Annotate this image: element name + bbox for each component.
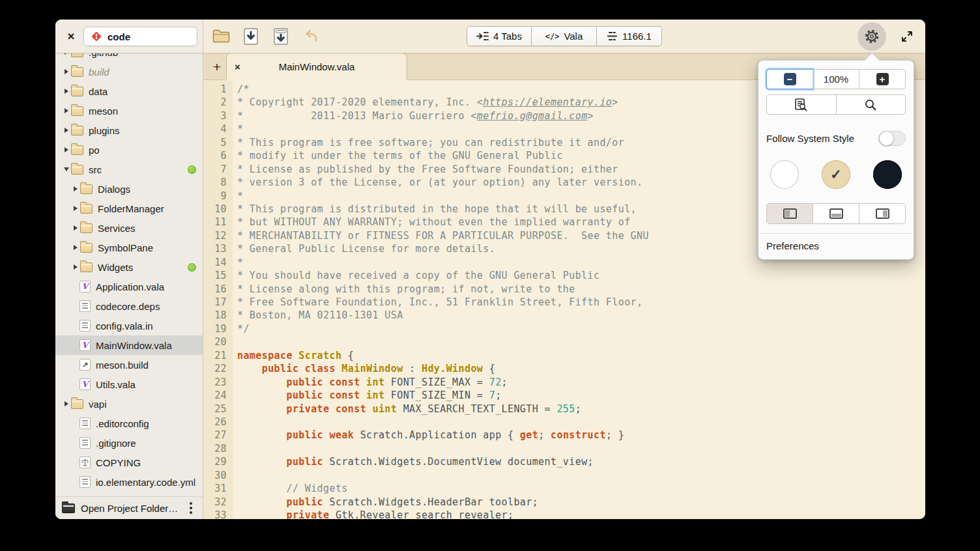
line-content: // Widgets [233,482,348,495]
tree-item-label: io.elementary.code.yml [96,477,195,488]
open-file-button[interactable] [210,25,232,48]
line-content: * This program is distributed in the hop… [233,203,637,216]
tree-item-meson[interactable]: meson [55,101,203,120]
tabs-behavior-button[interactable]: 4 Tabs [467,26,532,46]
tree-item-src[interactable]: src [55,160,203,179]
follow-system-style-toggle[interactable] [878,131,906,146]
save-document-icon [244,28,258,45]
code-line[interactable]: 21namespace Scratch { [203,349,925,362]
open-project-folder-row[interactable]: Open Project Folder… [55,496,203,519]
line-content: * Copyright 2017-2020 elementary, Inc. <… [233,96,618,109]
tree-item-foldermanager[interactable]: FolderManager [55,199,203,218]
tree-item-dialogs[interactable]: Dialogs [55,179,203,199]
expander-down-icon[interactable] [62,167,71,171]
window-close-button[interactable]: × [64,29,78,44]
code-line[interactable]: 30 [203,469,925,482]
tree-item-mainwindow-vala[interactable]: VMainWindow.vala [55,335,203,355]
tree-item-symbolpane[interactable]: SymbolPane [55,238,203,257]
code-line[interactable]: 29 public Scratch.Widgets.DocumentView d… [203,455,925,468]
code-line[interactable]: 26 [203,416,925,429]
code-line[interactable]: 18* Boston, MA 02110-1301 USA [203,309,925,322]
code-line[interactable]: 31 // Widgets [203,482,925,495]
tree-item-po[interactable]: po [55,140,203,160]
expander-right-icon[interactable] [71,225,80,231]
expander-right-icon[interactable] [71,186,80,191]
code-line[interactable]: 27 public weak Scratch.Application app {… [203,429,925,442]
expander-right-icon[interactable] [62,53,71,55]
tab-mainwindow-vala[interactable]: × MainWindow.vala [226,53,407,79]
zoom-in-button[interactable]: + [859,69,906,89]
new-tab-button[interactable]: + [209,59,225,76]
code-line[interactable]: 17* Free Software Foundation, Inc., 51 F… [203,296,925,309]
tree-item-codecore-deps[interactable]: codecore.deps [55,296,203,316]
style-option-dark[interactable] [873,160,902,189]
code-line[interactable]: 28 [203,442,925,455]
layout-sidebar-right-button[interactable] [859,203,906,224]
expander-right-icon[interactable] [62,89,71,94]
language-label: Vala [564,31,583,42]
code-line[interactable]: 20 [203,335,925,348]
tree-item-label: .gitignore [96,438,136,449]
style-option-sepia[interactable]: ✓ [822,160,850,189]
tree-item-config-vala-in[interactable]: config.vala.in [55,316,203,335]
code-line[interactable]: 19*/ [203,322,925,335]
settings-button[interactable] [857,22,886,51]
gear-icon [863,28,880,45]
editor-header: 4 Tabs </> Vala 1166.1 [203,20,925,53]
expander-right-icon[interactable] [62,69,71,74]
layout-panel-bottom-button[interactable] [813,203,859,224]
check-icon: ✓ [830,167,842,182]
expander-right-icon[interactable] [71,206,80,211]
tree-item-copying[interactable]: COPYING [55,453,203,472]
expander-right-icon[interactable] [62,147,71,152]
undo-button[interactable] [300,25,322,48]
tree-item-application-vala[interactable]: VApplication.vala [55,277,203,296]
zoom-level[interactable]: 100% [813,69,859,89]
code-line[interactable]: 16* License along with this program; if … [203,283,925,296]
code-line[interactable]: 32 public Scratch.Widgets.HeaderBar tool… [203,496,925,509]
more-vertical-icon[interactable] [186,500,196,516]
tree-item-data[interactable]: data [55,81,203,101]
tree-item-plugins[interactable]: plugins [55,120,203,140]
vala-file-icon: V [79,281,91,292]
zoom-out-button[interactable]: − [766,69,813,89]
tree-item--github[interactable]: .github [55,53,203,62]
goto-line-button[interactable]: 1166.1 [597,26,662,46]
tree-item-utils-vala[interactable]: VUtils.vala [55,374,203,394]
folder-icon [80,204,93,214]
layout-sidebar-left-button[interactable] [766,203,813,224]
tree-item-io-elementary-code-yml[interactable]: io.elementary.code.yml [55,472,203,492]
line-number: 19 [203,322,233,335]
code-line[interactable]: 22 public class MainWindow : Hdy.Window … [203,362,925,375]
code-line[interactable]: 33 private Gtk.Revealer search_revealer; [203,509,925,519]
expander-right-icon[interactable] [62,128,71,133]
code-line[interactable]: 25 private const uint MAX_SEARCH_TEXT_LE… [203,403,925,416]
code-line[interactable]: 23 public const int FONT_SIZE_MAX = 72; [203,376,925,389]
line-content: * Boston, MA 02110-1301 USA [233,309,403,322]
tree-item-build[interactable]: build [55,62,203,81]
language-button[interactable]: </> Vala [532,26,597,46]
tree-item--editorconfig[interactable]: .editorconfig [55,414,203,433]
expander-right-icon[interactable] [71,264,80,270]
code-line[interactable]: 15* You should have received a copy of t… [203,269,925,282]
search-button[interactable] [837,94,906,115]
tree-item-widgets[interactable]: Widgets [55,257,203,277]
tree-item-services[interactable]: Services [55,218,203,238]
expander-right-icon[interactable] [62,108,71,113]
tree-item-vapi[interactable]: vapi [55,394,203,414]
expander-right-icon[interactable] [62,401,71,406]
tree-item-meson-build[interactable]: ↗meson.build [55,355,203,374]
style-option-light[interactable] [770,160,799,189]
tree-item-label: codecore.deps [96,301,160,312]
code-line[interactable]: 24 public const int FONT_SIZE_MIN = 7; [203,389,925,402]
expander-right-icon[interactable] [71,245,80,250]
preferences-menu-item[interactable]: Preferences [758,234,914,259]
save-as-button[interactable] [270,25,292,48]
find-in-document-button[interactable] [766,94,837,115]
project-button[interactable]: code [83,27,197,46]
fullscreen-button[interactable] [898,27,916,46]
line-number: 14 [203,256,233,269]
tree-item--gitignore[interactable]: .gitignore [55,433,203,453]
save-button[interactable] [240,25,262,48]
tab-close-icon[interactable]: × [235,61,240,72]
